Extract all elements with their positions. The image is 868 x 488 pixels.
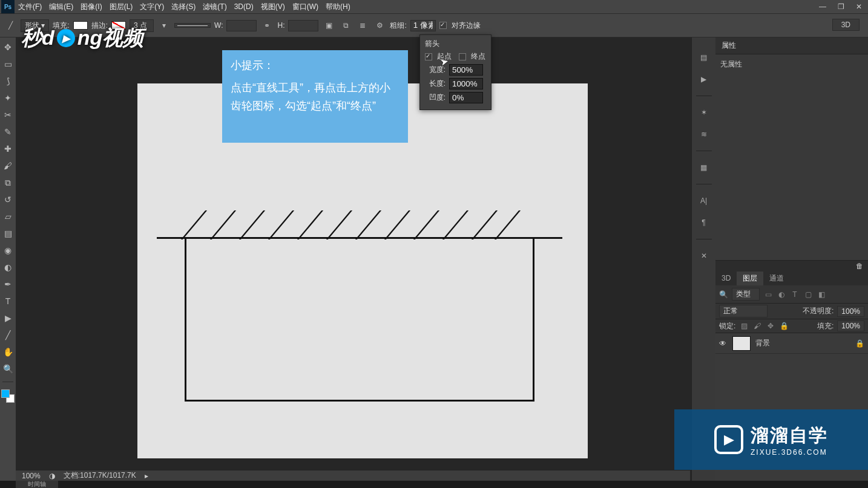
menu-window[interactable]: 窗口(W) [289, 2, 322, 12]
restore-button[interactable]: ❐ [832, 0, 850, 13]
align-edges-checkbox[interactable] [439, 22, 447, 29]
lock-label: 锁定: [719, 321, 735, 331]
gear-icon[interactable]: ⚙ [373, 19, 386, 32]
line-tool[interactable]: ╱ [1, 328, 15, 342]
healing-tool[interactable]: ✚ [1, 142, 15, 156]
foreground-color[interactable] [1, 389, 10, 398]
tab-channels[interactable]: 通道 [763, 272, 790, 285]
stroke-style-dropdown[interactable] [174, 23, 211, 28]
path-operations-icon[interactable]: ▣ [322, 19, 335, 32]
menu-edit[interactable]: 编辑(E) [45, 2, 77, 12]
document-size: 文档:1017.7K/1017.7K [64, 470, 136, 481]
lasso-tool[interactable]: ⟆ [1, 74, 15, 88]
filter-shape-icon[interactable]: ▢ [803, 290, 813, 299]
lock-position-icon[interactable]: ✥ [766, 322, 775, 330]
opacity-value[interactable]: 100% [837, 306, 864, 317]
filter-type-icon[interactable]: T [790, 290, 800, 299]
tool-preset-icon[interactable]: ╱ [4, 19, 17, 32]
status-info-icon[interactable]: ◑ [49, 472, 55, 480]
lock-all-icon[interactable]: 🔒 [779, 322, 789, 330]
menu-type[interactable]: 文字(Y) [136, 2, 168, 12]
filter-smart-icon[interactable]: ◧ [817, 290, 826, 299]
path-alignment-icon[interactable]: ⧉ [339, 19, 352, 32]
menubar: Ps 文件(F) 编辑(E) 图像(I) 图层(L) 文字(Y) 选择(S) 滤… [0, 0, 868, 13]
close-button[interactable]: ✕ [850, 0, 868, 13]
menu-select[interactable]: 选择(S) [168, 2, 199, 12]
blend-mode-dropdown[interactable]: 正常 [719, 305, 768, 317]
brush-tool[interactable]: 🖌 [1, 158, 15, 173]
path-arrangement-icon[interactable]: ≣ [356, 19, 369, 32]
lock-fill-row: 锁定: ▨ 🖌 ✥ 🔒 填充: 100% [715, 319, 868, 333]
crop-tool[interactable]: ✂ [1, 108, 15, 122]
fill-opacity-value[interactable]: 100% [837, 320, 864, 331]
menu-3d[interactable]: 3D(D) [231, 2, 257, 11]
brush-panel-icon[interactable]: ✶ [696, 105, 712, 120]
tools-separator [2, 379, 13, 382]
menu-layer[interactable]: 图层(L) [106, 2, 137, 12]
eraser-tool[interactable]: ▱ [1, 209, 15, 224]
search-icon[interactable]: 🔍 [719, 290, 728, 299]
properties-tab[interactable]: 属性 [715, 37, 868, 54]
marquee-tool[interactable]: ▭ [1, 57, 15, 71]
align-edges-label: 对齐边缘 [452, 21, 481, 31]
lock-image-icon[interactable]: 🖌 [752, 322, 762, 330]
trash-icon[interactable]: 🗑 [856, 262, 863, 270]
filter-adjust-icon[interactable]: ◐ [777, 290, 786, 299]
timeline-tab[interactable]: 时间轴 [16, 481, 58, 488]
history-panel-icon[interactable]: ▤ [696, 50, 712, 65]
type-tool[interactable]: T [1, 294, 15, 308]
filter-type-dropdown[interactable]: 类型 [732, 288, 760, 301]
stroke-size-stepper-icon[interactable]: ▾ [157, 19, 171, 32]
menu-view[interactable]: 视图(V) [257, 2, 289, 12]
menu-filter[interactable]: 滤镜(T) [199, 2, 230, 12]
start-checkbox[interactable] [425, 53, 432, 60]
weight-input[interactable] [410, 20, 436, 31]
character-panel-icon[interactable]: A| [696, 193, 712, 209]
tool-presets-panel-icon[interactable]: ✕ [696, 248, 712, 264]
pen-tool[interactable]: ✒ [1, 277, 15, 291]
layer-name[interactable]: 背景 [755, 338, 770, 348]
dodge-tool[interactable]: ◐ [1, 260, 15, 275]
layer-row[interactable]: 👁 背景 🔒 [715, 333, 868, 354]
tab-3d-workspace[interactable]: 3D [832, 19, 860, 31]
color-swatches[interactable] [1, 389, 15, 403]
tab-layers[interactable]: 图层 [737, 272, 763, 285]
gradient-tool[interactable]: ▤ [1, 226, 15, 241]
opacity-label: 不透明度: [803, 306, 833, 316]
swatches-panel-icon[interactable]: ▦ [696, 160, 712, 175]
end-label: 终点 [471, 51, 485, 62]
link-wh-icon[interactable]: ⚭ [260, 19, 274, 32]
watermark-bottom: ▶ 溜溜自学 ZIXUE.3D66.COM [674, 409, 868, 470]
paragraph-panel-icon[interactable]: ¶ [696, 215, 712, 230]
actions-panel-icon[interactable]: ▶ [696, 71, 712, 87]
zoom-level[interactable]: 100% [22, 472, 41, 480]
layer-thumbnail[interactable] [732, 336, 751, 351]
height-input[interactable] [288, 20, 318, 31]
visibility-toggle-icon[interactable]: 👁 [719, 339, 728, 348]
zoom-tool[interactable]: 🔍 [1, 362, 15, 376]
end-checkbox[interactable] [459, 53, 466, 60]
path-selection-tool[interactable]: ▶ [1, 311, 15, 325]
width-input[interactable] [226, 20, 257, 31]
arrow-width-input[interactable] [449, 64, 483, 76]
menu-file[interactable]: 文件(F) [15, 2, 45, 12]
hand-tool[interactable]: ✋ [1, 345, 15, 359]
clone-panel-icon[interactable]: ≋ [696, 126, 712, 142]
blur-tool[interactable]: ◉ [1, 243, 15, 258]
layer-filter-row: 🔍 类型 ▭ ◐ T ▢ ◧ [715, 285, 868, 304]
arrow-length-input[interactable] [449, 78, 483, 89]
filter-pixel-icon[interactable]: ▭ [763, 290, 773, 299]
move-tool[interactable]: ✥ [1, 40, 15, 54]
stamp-tool[interactable]: ⧉ [1, 175, 15, 190]
magic-wand-tool[interactable]: ✦ [1, 91, 15, 105]
eyedropper-tool[interactable]: ✎ [1, 125, 15, 139]
menu-image[interactable]: 图像(I) [77, 2, 105, 12]
history-brush-tool[interactable]: ↺ [1, 192, 15, 207]
tab-3d[interactable]: 3D [715, 272, 737, 284]
status-caret-icon[interactable]: ▸ [145, 472, 148, 480]
minimize-button[interactable]: — [814, 0, 832, 13]
drawing-hatch [355, 210, 381, 239]
lock-transparent-icon[interactable]: ▨ [739, 322, 749, 330]
menu-help[interactable]: 帮助(H) [322, 2, 354, 12]
arrow-concavity-input[interactable] [449, 92, 483, 103]
